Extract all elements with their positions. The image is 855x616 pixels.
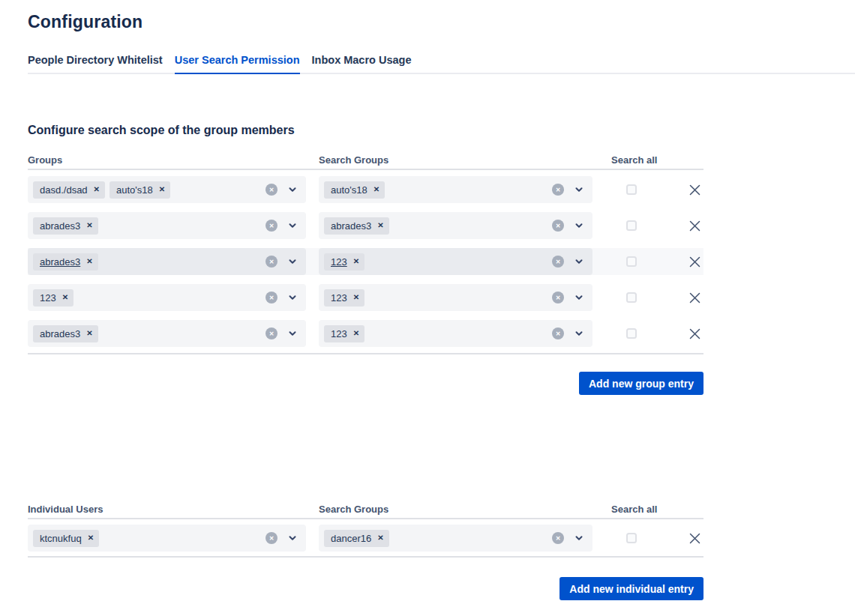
chevron-down-icon[interactable] xyxy=(287,220,298,231)
tab-user-search-permission[interactable]: User Search Permission xyxy=(175,54,300,74)
remove-tag-icon[interactable]: ✕ xyxy=(159,186,165,193)
selected-tags: dancer16✕ xyxy=(324,530,389,547)
multi-select-input[interactable]: dasd./dsad✕auto's18✕✕ xyxy=(28,176,306,203)
tag-label: dasd./dsad xyxy=(40,184,88,196)
delete-row-button[interactable] xyxy=(688,219,702,233)
group-table-header: Groups Search Groups Search all xyxy=(28,154,704,166)
individual-table-header: Individual Users Search Groups Search al… xyxy=(28,504,704,515)
selected-tags: auto's18✕ xyxy=(324,181,385,199)
search-all-checkbox[interactable] xyxy=(626,220,637,231)
multi-select-input[interactable]: abrades3✕✕ xyxy=(28,320,306,347)
remove-tag-icon[interactable]: ✕ xyxy=(86,258,92,265)
tag-chip: 123✕ xyxy=(324,253,364,271)
tab-inbox-macro-usage[interactable]: Inbox Macro Usage xyxy=(312,54,412,74)
multi-select-input[interactable]: 123✕✕ xyxy=(319,248,592,275)
chevron-down-icon[interactable] xyxy=(287,184,298,195)
selected-tags: abrades3✕ xyxy=(33,325,98,342)
chevron-down-icon[interactable] xyxy=(574,533,584,543)
table-bottom-divider xyxy=(28,353,704,354)
header-divider xyxy=(28,518,704,519)
tab-people-directory-whitelist[interactable]: People Directory Whitelist xyxy=(28,54,163,74)
tag-label: auto's18 xyxy=(116,184,153,196)
group-section-heading: Configure search scope of the group memb… xyxy=(28,123,704,137)
add-new-group-entry-button[interactable]: Add new group entry xyxy=(579,372,704,395)
select-controls: ✕ xyxy=(266,532,302,544)
clear-all-icon[interactable]: ✕ xyxy=(266,532,278,544)
add-new-individual-entry-button[interactable]: Add new individual entry xyxy=(560,577,704,600)
row-actions xyxy=(605,212,704,239)
tag-label: 123 xyxy=(40,292,56,304)
clear-all-icon[interactable]: ✕ xyxy=(552,327,564,339)
search-all-checkbox[interactable] xyxy=(626,256,637,267)
clear-all-icon[interactable]: ✕ xyxy=(266,292,278,304)
multi-select-input[interactable]: dancer16✕✕ xyxy=(319,525,592,552)
chevron-down-icon[interactable] xyxy=(574,220,584,231)
clear-all-icon[interactable]: ✕ xyxy=(552,220,564,232)
tag-chip: dasd./dsad✕ xyxy=(33,181,105,199)
multi-select-input[interactable]: 123✕✕ xyxy=(28,284,306,311)
table-row: dasd./dsad✕auto's18✕✕auto's18✕✕ xyxy=(28,176,704,203)
multi-select-input[interactable]: 123✕✕ xyxy=(319,320,592,347)
clear-all-icon[interactable]: ✕ xyxy=(266,256,278,268)
chevron-down-icon[interactable] xyxy=(287,256,298,267)
clear-all-icon[interactable]: ✕ xyxy=(266,327,278,339)
chevron-down-icon[interactable] xyxy=(574,184,584,195)
remove-tag-icon[interactable]: ✕ xyxy=(94,186,100,193)
remove-tag-icon[interactable]: ✕ xyxy=(377,222,383,229)
select-controls: ✕ xyxy=(552,292,588,304)
tag-label: abrades3 xyxy=(40,328,80,339)
search-all-checkbox[interactable] xyxy=(626,184,637,195)
multi-select-input[interactable]: abrades3✕✕ xyxy=(28,212,306,239)
tag-chip: dancer16✕ xyxy=(324,530,389,547)
select-controls: ✕ xyxy=(552,256,588,268)
remove-tag-icon[interactable]: ✕ xyxy=(86,330,92,337)
remove-tag-icon[interactable]: ✕ xyxy=(374,186,380,193)
multi-select-input[interactable]: ktcnukfuq✕✕ xyxy=(28,525,306,552)
tag-label: auto's18 xyxy=(331,184,368,196)
remove-tag-icon[interactable]: ✕ xyxy=(86,222,92,229)
multi-select-input[interactable]: 123✕✕ xyxy=(319,284,592,311)
chevron-down-icon[interactable] xyxy=(287,328,298,339)
tag-chip: abrades3✕ xyxy=(33,217,98,235)
chevron-down-icon[interactable] xyxy=(287,292,298,303)
remove-tag-icon[interactable]: ✕ xyxy=(353,258,359,265)
row-actions xyxy=(605,248,704,275)
multi-select-input[interactable]: abrades3✕✕ xyxy=(28,248,306,275)
search-all-checkbox[interactable] xyxy=(626,292,637,303)
tag-label: 123 xyxy=(331,256,347,268)
chevron-down-icon[interactable] xyxy=(574,292,584,303)
clear-all-icon[interactable]: ✕ xyxy=(552,292,564,304)
delete-row-button[interactable] xyxy=(688,531,702,546)
remove-tag-icon[interactable]: ✕ xyxy=(62,294,68,301)
page-title: Configuration xyxy=(28,12,855,32)
remove-tag-icon[interactable]: ✕ xyxy=(353,294,359,301)
remove-tag-icon[interactable]: ✕ xyxy=(88,534,94,542)
search-all-checkbox[interactable] xyxy=(626,533,637,543)
selected-tags: 123✕ xyxy=(324,289,364,307)
clear-all-icon[interactable]: ✕ xyxy=(266,184,278,196)
multi-select-input[interactable]: abrades3✕✕ xyxy=(319,212,592,239)
multi-select-input[interactable]: auto's18✕✕ xyxy=(319,176,592,203)
clear-all-icon[interactable]: ✕ xyxy=(552,532,564,544)
tag-chip: abrades3✕ xyxy=(33,325,98,342)
tag-chip: auto's18✕ xyxy=(110,181,170,199)
tag-label: abrades3 xyxy=(331,220,371,232)
clear-all-icon[interactable]: ✕ xyxy=(552,256,564,268)
chevron-down-icon[interactable] xyxy=(574,328,584,339)
select-controls: ✕ xyxy=(552,220,588,232)
delete-row-button[interactable] xyxy=(688,327,702,341)
remove-tag-icon[interactable]: ✕ xyxy=(377,534,383,542)
clear-all-icon[interactable]: ✕ xyxy=(552,184,564,196)
chevron-down-icon[interactable] xyxy=(287,533,298,543)
clear-all-icon[interactable]: ✕ xyxy=(266,220,278,232)
chevron-down-icon[interactable] xyxy=(574,256,584,267)
delete-row-button[interactable] xyxy=(688,255,702,269)
delete-row-button[interactable] xyxy=(688,291,702,305)
selected-tags: 123✕ xyxy=(33,289,74,307)
column-header-individual-users: Individual Users xyxy=(28,504,306,515)
group-table-rows: dasd./dsad✕auto's18✕✕auto's18✕✕abrades3✕… xyxy=(28,176,704,347)
delete-row-button[interactable] xyxy=(688,183,702,197)
search-all-checkbox[interactable] xyxy=(626,328,637,339)
remove-tag-icon[interactable]: ✕ xyxy=(353,330,359,337)
table-row: abrades3✕✕123✕✕ xyxy=(28,248,704,275)
